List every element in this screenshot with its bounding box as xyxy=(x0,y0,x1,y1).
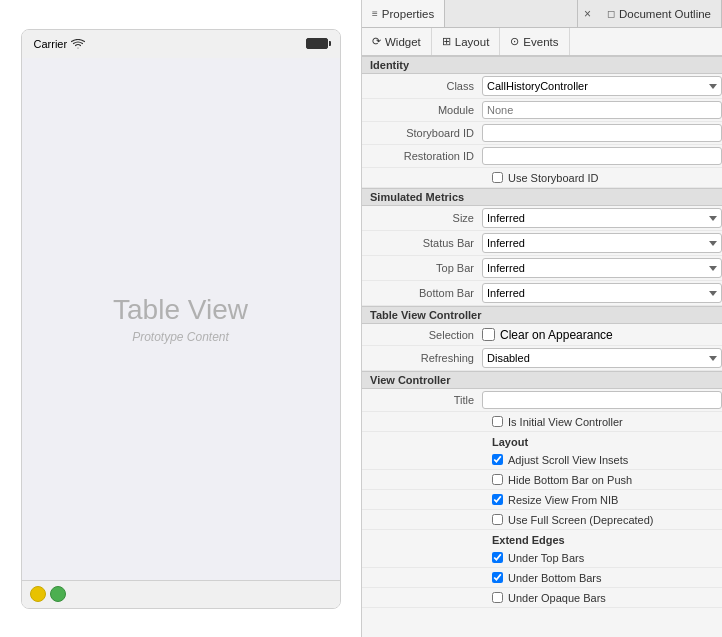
green-circle-icon xyxy=(50,586,66,602)
value-bottom-bar: Inferred xyxy=(482,283,722,303)
section-view-controller-header: View Controller xyxy=(362,371,722,389)
properties-icon: ≡ xyxy=(372,8,378,19)
label-under-opaque-bars: Under Opaque Bars xyxy=(508,592,606,604)
tab-widget[interactable]: ⟳ Widget xyxy=(362,28,432,55)
row-adjust-scroll-view-insets: Adjust Scroll View Insets xyxy=(362,450,722,470)
layout-icon: ⊞ xyxy=(442,35,451,48)
label-is-initial-view-controller: Is Initial View Controller xyxy=(508,416,623,428)
ios-content-area: Table View Prototype Content xyxy=(22,58,340,580)
row-resize-view-from-nib: Resize View From NIB xyxy=(362,490,722,510)
label-storyboard-id: Storyboard ID xyxy=(362,127,482,139)
label-selection: Selection xyxy=(362,329,482,341)
tab-layout[interactable]: ⊞ Layout xyxy=(432,28,501,55)
label-restoration-id: Restoration ID xyxy=(362,150,482,162)
row-under-opaque-bars: Under Opaque Bars xyxy=(362,588,722,608)
document-outline-icon: ◻ xyxy=(607,8,615,19)
row-module: Module xyxy=(362,99,722,122)
row-top-bar: Top Bar Inferred xyxy=(362,256,722,281)
row-size: Size Inferred xyxy=(362,206,722,231)
panel-tab-actions: × xyxy=(577,0,597,27)
row-use-full-screen: Use Full Screen (Deprecated) xyxy=(362,510,722,530)
select-class[interactable]: CallHistoryController xyxy=(482,76,722,96)
ios-status-bar: Carrier xyxy=(22,30,340,58)
checkbox-under-opaque-bars[interactable] xyxy=(492,592,503,603)
checkbox-use-full-screen[interactable] xyxy=(492,514,503,525)
value-selection: Clear on Appearance xyxy=(482,328,722,342)
checkbox-adjust-scroll-view-insets[interactable] xyxy=(492,454,503,465)
label-adjust-scroll-view-insets: Adjust Scroll View Insets xyxy=(508,454,628,466)
toolbar-tabs: ⟳ Widget ⊞ Layout ⊙ Events xyxy=(362,28,722,56)
select-size[interactable]: Inferred xyxy=(482,208,722,228)
value-storyboard-id xyxy=(482,124,722,142)
label-top-bar: Top Bar xyxy=(362,262,482,274)
extend-edges-subsection-header: Extend Edges xyxy=(362,530,722,548)
checkbox-under-top-bars[interactable] xyxy=(492,552,503,563)
label-use-storyboard-id: Use Storyboard ID xyxy=(508,172,598,184)
select-status-bar[interactable]: Inferred xyxy=(482,233,722,253)
label-refreshing: Refreshing xyxy=(362,352,482,364)
tab-properties[interactable]: ≡ Properties xyxy=(362,0,445,27)
properties-content: Identity Class CallHistoryController Mod… xyxy=(362,56,722,637)
row-bottom-bar: Bottom Bar Inferred xyxy=(362,281,722,306)
layout-tab-label: Layout xyxy=(455,36,490,48)
checkbox-under-bottom-bars[interactable] xyxy=(492,572,503,583)
label-resize-view-from-nib: Resize View From NIB xyxy=(508,494,618,506)
input-storyboard-id[interactable] xyxy=(482,124,722,142)
battery-icon xyxy=(306,38,328,49)
events-icon: ⊙ xyxy=(510,35,519,48)
value-size: Inferred xyxy=(482,208,722,228)
row-use-storyboard-id: Use Storyboard ID xyxy=(362,168,722,188)
section-identity-header: Identity xyxy=(362,56,722,74)
label-under-top-bars: Under Top Bars xyxy=(508,552,584,564)
row-storyboard-id: Storyboard ID xyxy=(362,122,722,145)
label-bottom-bar: Bottom Bar xyxy=(362,287,482,299)
bottom-icons xyxy=(30,586,66,602)
close-panel-button[interactable]: × xyxy=(577,0,597,27)
row-restoration-id: Restoration ID xyxy=(362,145,722,168)
row-refreshing: Refreshing Disabled xyxy=(362,346,722,371)
input-module[interactable] xyxy=(482,101,722,119)
document-outline-label: Document Outline xyxy=(619,8,711,20)
label-hide-bottom-bar-on-push: Hide Bottom Bar on Push xyxy=(508,474,632,486)
value-status-bar: Inferred xyxy=(482,233,722,253)
label-module: Module xyxy=(362,104,482,116)
row-is-initial-view-controller: Is Initial View Controller xyxy=(362,412,722,432)
value-refreshing: Disabled xyxy=(482,348,722,368)
label-size: Size xyxy=(362,212,482,224)
select-bottom-bar[interactable]: Inferred xyxy=(482,283,722,303)
value-title xyxy=(482,391,722,409)
row-selection: Selection Clear on Appearance xyxy=(362,324,722,346)
checkbox-resize-view-from-nib[interactable] xyxy=(492,494,503,505)
checkbox-clear-on-appearance[interactable] xyxy=(482,328,495,341)
select-top-bar[interactable]: Inferred xyxy=(482,258,722,278)
checkbox-use-storyboard-id[interactable] xyxy=(492,172,503,183)
checkbox-is-initial-view-controller[interactable] xyxy=(492,416,503,427)
label-use-full-screen: Use Full Screen (Deprecated) xyxy=(508,514,654,526)
section-simulated-metrics-header: Simulated Metrics xyxy=(362,188,722,206)
row-status-bar: Status Bar Inferred xyxy=(362,231,722,256)
row-under-top-bars: Under Top Bars xyxy=(362,548,722,568)
panel-header: ≡ Properties × ◻ Document Outline xyxy=(362,0,722,28)
row-hide-bottom-bar-on-push: Hide Bottom Bar on Push xyxy=(362,470,722,490)
label-clear-on-appearance: Clear on Appearance xyxy=(500,328,613,342)
checkbox-hide-bottom-bar-on-push[interactable] xyxy=(492,474,503,485)
select-refreshing[interactable]: Disabled xyxy=(482,348,722,368)
value-restoration-id xyxy=(482,147,722,165)
input-title[interactable] xyxy=(482,391,722,409)
tab-events[interactable]: ⊙ Events xyxy=(500,28,569,55)
properties-panel: ≡ Properties × ◻ Document Outline ⟳ Widg… xyxy=(362,0,722,637)
simulator-panel: Carrier Table View Prototype Content xyxy=(0,0,362,637)
section-table-view-controller-header: Table View Controller xyxy=(362,306,722,324)
properties-tab-label: Properties xyxy=(382,8,434,20)
tab-document-outline[interactable]: ◻ Document Outline xyxy=(597,0,722,27)
table-view-label: Table View xyxy=(113,294,248,326)
row-under-bottom-bars: Under Bottom Bars xyxy=(362,568,722,588)
label-title: Title xyxy=(362,394,482,406)
label-under-bottom-bars: Under Bottom Bars xyxy=(508,572,602,584)
value-top-bar: Inferred xyxy=(482,258,722,278)
yellow-circle-icon xyxy=(30,586,46,602)
ios-bottom-bar xyxy=(22,580,340,608)
input-restoration-id[interactable] xyxy=(482,147,722,165)
widget-icon: ⟳ xyxy=(372,35,381,48)
widget-tab-label: Widget xyxy=(385,36,421,48)
